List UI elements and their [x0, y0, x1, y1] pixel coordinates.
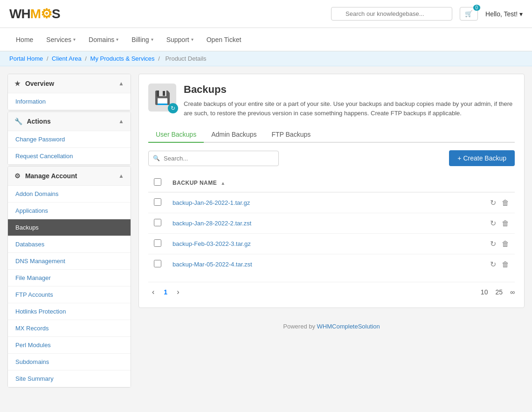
restore-icon-1[interactable]: ↻	[490, 219, 496, 227]
backup-actions-cell: ↻ 🗑	[477, 234, 515, 254]
row-checkbox-cell	[148, 254, 167, 275]
user-greeting[interactable]: Hello, Test! ▾	[485, 10, 523, 18]
sidebar-section-manage-account: ⚙ Manage Account ▲ Addon Domains Applica…	[7, 166, 131, 388]
sidebar-item-addon-domains[interactable]: Addon Domains	[8, 186, 131, 203]
pagination-sizes: 10 25 ∞	[481, 288, 515, 296]
table-row: backup-Jan-28-2022-2.tar.zst ↻ 🗑	[148, 213, 515, 234]
tab-ftp-backups[interactable]: FTP Backups	[264, 127, 318, 143]
top-nav-right: 🛒0 Hello, Test! ▾	[331, 7, 523, 21]
breadcrumb: Portal Home / Client Area / My Products …	[0, 51, 532, 66]
delete-icon-2[interactable]: 🗑	[502, 240, 509, 248]
breadcrumb-my-products[interactable]: My Products & Services	[90, 55, 155, 62]
page-content: ★ Overview ▲ Information 🔧 Actions ▲ Cha…	[0, 66, 532, 404]
sidebar-item-file-manager[interactable]: File Manager	[8, 270, 131, 286]
sidebar: ★ Overview ▲ Information 🔧 Actions ▲ Cha…	[7, 74, 131, 396]
backups-description: Create backups of your entire site or a …	[184, 99, 515, 118]
row-checkbox-1[interactable]	[154, 219, 161, 226]
sidebar-item-site-summary[interactable]: Site Summary	[8, 370, 131, 387]
backup-actions-cell: ↻ 🗑	[477, 213, 515, 234]
breadcrumb-client-area[interactable]: Client Area	[52, 55, 82, 62]
pagination-size-inf[interactable]: ∞	[510, 288, 515, 296]
select-all-checkbox[interactable]	[154, 178, 161, 186]
sidebar-item-hotlinks-protection[interactable]: Hotlinks Protection	[8, 303, 131, 320]
backup-actions-cell: ↻ 🗑	[477, 254, 515, 275]
logo-text: WHM⚙S	[9, 6, 60, 21]
row-checkbox-2[interactable]	[154, 239, 161, 247]
actions-chevron-icon: ▲	[118, 118, 124, 125]
breadcrumb-sep-2: /	[85, 55, 88, 62]
backup-name-cell: backup-Jan-26-2022-1.tar.gz	[167, 192, 477, 213]
tab-admin-backups[interactable]: Admin Backups	[204, 127, 264, 143]
content-panel: 💾 ↻ Backups Create backups of your entir…	[138, 74, 525, 308]
sidebar-section-header-overview[interactable]: ★ Overview ▲	[8, 74, 131, 93]
restore-icon-3[interactable]: ↻	[490, 260, 496, 268]
sidebar-item-subdomains[interactable]: Subdomains	[8, 354, 131, 370]
sidebar-item-dns-management[interactable]: DNS Management	[8, 253, 131, 270]
sidebar-item-mx-records[interactable]: MX Records	[8, 320, 131, 337]
sidebar-item-backups[interactable]: Backups	[8, 219, 131, 236]
cart-badge: 0	[473, 5, 481, 11]
restore-icon-0[interactable]: ↻	[490, 199, 496, 207]
backup-icon-badge: ↻	[168, 103, 178, 113]
main-nav-left: Home Services ▾ Domains ▾ Billing ▾ Supp…	[9, 29, 248, 50]
breadcrumb-product-details: Product Details	[165, 55, 206, 62]
breadcrumb-portal-home[interactable]: Portal Home	[9, 55, 43, 62]
manage-account-section-title: ⚙ Manage Account	[14, 172, 77, 180]
backup-table: BACKUP NAME ▲ backup-Jan-26-2022-1.tar.g…	[148, 174, 515, 274]
delete-icon-0[interactable]: 🗑	[502, 199, 509, 207]
footer-text: Powered by	[283, 323, 317, 330]
sidebar-item-applications[interactable]: Applications	[8, 203, 131, 219]
tabs-bar: User Backups Admin Backups FTP Backups	[148, 127, 515, 143]
toolbar: + Create Backup	[148, 150, 515, 166]
pagination-next-button[interactable]: ›	[173, 286, 183, 298]
sidebar-item-information[interactable]: Information	[8, 93, 131, 110]
backups-title: Backups	[184, 84, 515, 96]
logo: WHM⚙S	[9, 6, 60, 21]
sidebar-section-header-manage-account[interactable]: ⚙ Manage Account ▲	[8, 167, 131, 186]
cart-button[interactable]: 🛒0	[460, 7, 478, 21]
backup-name-cell: backup-Mar-05-2022-4.tar.zst	[167, 254, 477, 275]
backup-disk-icon: 💾	[154, 90, 171, 105]
top-bar: WHM⚙S 🛒0 Hello, Test! ▾	[0, 0, 532, 28]
row-checkbox-0[interactable]	[154, 198, 161, 206]
row-checkbox-3[interactable]	[154, 260, 161, 267]
restore-icon-2[interactable]: ↻	[490, 240, 496, 248]
backup-search-input[interactable]	[148, 151, 279, 166]
nav-item-domains[interactable]: Domains ▾	[82, 29, 125, 50]
overview-chevron-icon: ▲	[118, 80, 124, 87]
pagination-prev-button[interactable]: ‹	[148, 286, 158, 298]
actions-section-title: 🔧 Actions	[14, 118, 51, 125]
breadcrumb-sep-3: /	[158, 55, 161, 62]
row-checkbox-cell	[148, 192, 167, 213]
delete-icon-3[interactable]: 🗑	[502, 260, 509, 268]
logo-gear-icon: M⚙	[30, 7, 52, 21]
table-row: backup-Jan-26-2022-1.tar.gz ↻ 🗑	[148, 192, 515, 213]
sidebar-item-change-password[interactable]: Change Password	[8, 131, 131, 148]
nav-item-home[interactable]: Home	[9, 29, 40, 50]
footer: Powered by WHMCompleteSolution	[138, 315, 525, 337]
knowledgebase-search-input[interactable]	[331, 7, 452, 21]
footer-link[interactable]: WHMCompleteSolution	[317, 323, 380, 330]
main-nav: Home Services ▾ Domains ▾ Billing ▾ Supp…	[0, 28, 532, 51]
nav-item-billing[interactable]: Billing ▾	[125, 29, 159, 50]
sidebar-item-perl-modules[interactable]: Perl Modules	[8, 337, 131, 354]
sidebar-item-request-cancellation[interactable]: Request Cancellation	[8, 148, 131, 165]
create-backup-button[interactable]: + Create Backup	[449, 150, 515, 166]
table-header-row: BACKUP NAME ▲	[148, 174, 515, 192]
pagination-current-page: 1	[164, 288, 167, 296]
nav-item-open-ticket[interactable]: Open Ticket	[200, 29, 248, 50]
table-row: backup-Feb-03-2022-3.tar.gz ↻ 🗑	[148, 234, 515, 254]
pagination-size-25[interactable]: 25	[495, 288, 503, 296]
tab-user-backups[interactable]: User Backups	[148, 127, 204, 143]
delete-icon-1[interactable]: 🗑	[502, 219, 509, 227]
star-icon: ★	[14, 80, 21, 87]
sidebar-item-databases[interactable]: Databases	[8, 236, 131, 253]
sidebar-item-ftp-accounts[interactable]: FTP Accounts	[8, 286, 131, 303]
sidebar-section-overview: ★ Overview ▲ Information	[7, 74, 131, 111]
nav-item-services[interactable]: Services ▾	[40, 29, 82, 50]
nav-item-support[interactable]: Support ▾	[160, 29, 200, 50]
actions-header	[477, 174, 515, 192]
sidebar-section-header-actions[interactable]: 🔧 Actions ▲	[8, 112, 131, 131]
pagination-size-10[interactable]: 10	[481, 288, 488, 296]
wrench-icon: 🔧	[14, 118, 22, 125]
